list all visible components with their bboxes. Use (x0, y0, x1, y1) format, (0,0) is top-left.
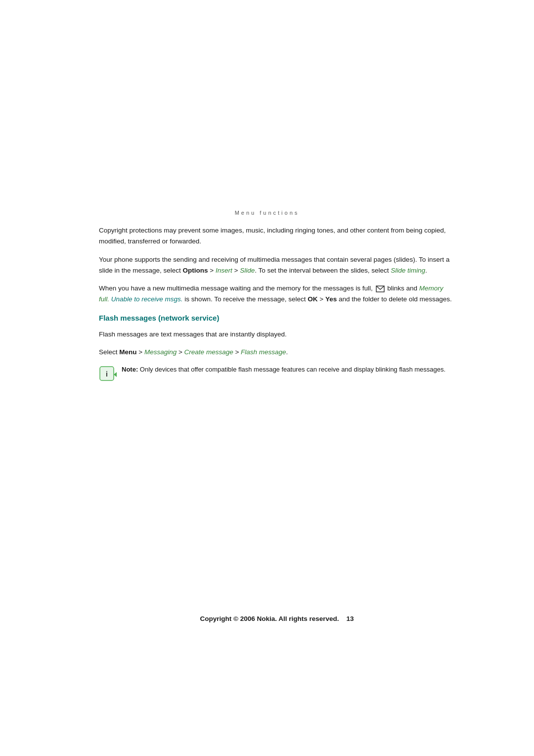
slide-paragraph: Your phone supports the sending and rece… (99, 254, 455, 277)
unable-italic: Unable to receive msgs. (111, 295, 183, 303)
options-bold: Options (183, 267, 208, 274)
note-icon: i (99, 366, 117, 383)
footer: Copyright © 2006 Nokia. All rights reser… (99, 615, 455, 622)
copyright-paragraph: Copyright protections may prevent some i… (99, 225, 455, 247)
create-message-italic: Create message (184, 348, 233, 356)
memory-text-5: > (317, 295, 325, 303)
flash-text-1: Flash messages are text messages that ar… (99, 331, 287, 338)
note-content: Only devices that offer compatible flash… (138, 366, 445, 373)
flash-messages-heading: Flash messages (network service) (99, 312, 455, 324)
memory-text-4: is shown. To receive the message, select (183, 295, 308, 303)
messaging-italic: Messaging (144, 348, 177, 356)
slide-italic: Slide (240, 267, 255, 274)
note-box: i Note: Only devices that offer compatib… (99, 365, 455, 383)
memory-text-1: When you have a new multimedia message w… (99, 284, 375, 292)
memory-text-6: and the folder to delete old messages. (337, 295, 452, 303)
flash-period: . (286, 348, 288, 356)
note-text: Note: Only devices that offer compatible… (122, 365, 445, 375)
flash-para-1: Flash messages are text messages that ar… (99, 329, 455, 340)
menu-bold: Menu (119, 348, 136, 356)
flash-gt-2: > (177, 348, 184, 356)
page-header: Menu functions (0, 208, 534, 217)
yes-bold: Yes (325, 295, 337, 303)
section-title: Menu functions (235, 210, 300, 216)
copyright-text: Copyright protections may prevent some i… (99, 227, 446, 245)
memory-paragraph: When you have a new multimedia message w… (99, 283, 455, 305)
flash-para-2: Select Menu > Messaging > Create message… (99, 347, 455, 358)
memory-text-2: blinks and (386, 284, 419, 292)
svg-text:i: i (106, 370, 108, 378)
page-container: Menu functions Copyright protections may… (0, 0, 534, 756)
footer-copyright: Copyright © 2006 Nokia. All rights reser… (200, 615, 354, 622)
email-icon (376, 285, 385, 292)
insert-italic: Insert (216, 267, 232, 274)
content-area: Copyright protections may prevent some i… (99, 225, 455, 387)
ok-bold: OK (308, 295, 317, 303)
slide-timing-italic: Slide timing (391, 267, 425, 274)
slide-text-3: > (232, 267, 240, 274)
slide-text-5: . (425, 267, 427, 274)
slide-text-4: . To set the interval between the slides… (255, 267, 391, 274)
slide-text-2: > (208, 267, 216, 274)
flash-gt-1: > (137, 348, 144, 356)
note-label: Note: (122, 366, 138, 373)
svg-marker-2 (114, 372, 117, 377)
flash-gt-3: > (233, 348, 241, 356)
flash-message-italic: Flash message (241, 348, 286, 356)
select-text: Select (99, 348, 119, 356)
